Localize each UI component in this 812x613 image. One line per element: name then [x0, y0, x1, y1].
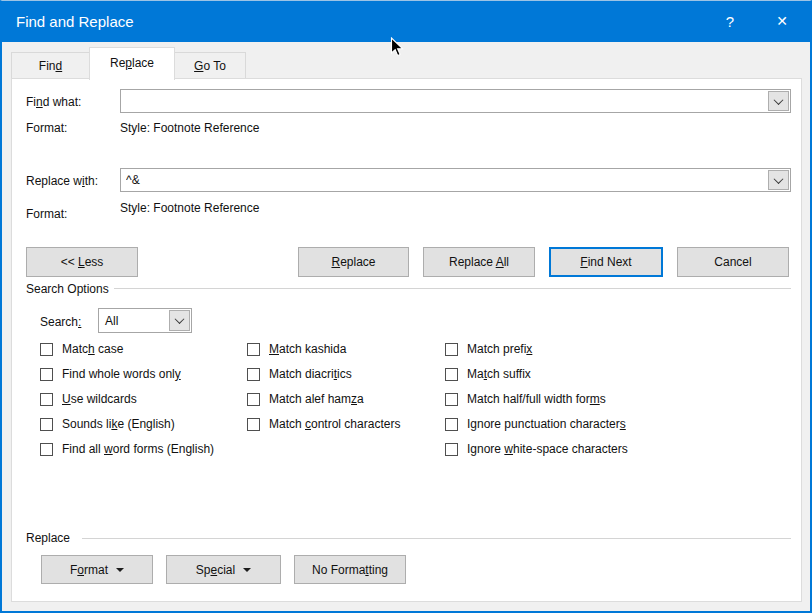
checkbox-match-prefix[interactable]: Match prefix — [445, 342, 532, 357]
find-format-label: Format: — [26, 121, 67, 136]
checkbox-unchecked-icon[interactable] — [40, 343, 53, 356]
mouse-cursor — [390, 37, 404, 58]
checkbox-use-wildcards[interactable]: Use wildcards — [40, 392, 137, 407]
replace-button[interactable]: Replace — [298, 247, 409, 277]
checkbox-unchecked-icon[interactable] — [445, 443, 458, 456]
checkbox-unchecked-icon[interactable] — [445, 343, 458, 356]
replace-group-divider — [82, 538, 791, 539]
search-direction-label: Search: — [40, 315, 81, 330]
search-direction-dropdown-button[interactable] — [169, 310, 190, 331]
search-direction-select[interactable]: All — [98, 308, 192, 333]
checkbox-match-suffix[interactable]: Match suffix — [445, 367, 531, 382]
find-what-dropdown-button[interactable] — [768, 91, 789, 111]
less-button[interactable]: << Less — [26, 247, 138, 277]
checkbox-sounds-like[interactable]: Sounds like (English) — [40, 417, 175, 432]
close-icon: ✕ — [776, 13, 788, 29]
triangle-down-icon — [116, 568, 124, 572]
replace-format-value: Style: Footnote Reference — [120, 201, 259, 216]
titlebar: Find and Replace ? ✕ — [2, 1, 810, 42]
help-button[interactable]: ? — [708, 1, 752, 42]
close-button[interactable]: ✕ — [760, 1, 804, 42]
triangle-down-icon — [243, 568, 251, 572]
replace-all-button[interactable]: Replace All — [423, 247, 535, 277]
replace-with-combobox — [120, 168, 791, 192]
dialog-title: Find and Replace — [16, 1, 134, 42]
find-format-value: Style: Footnote Reference — [120, 121, 259, 136]
checkbox-unchecked-icon[interactable] — [445, 368, 458, 381]
checkbox-unchecked-icon[interactable] — [40, 368, 53, 381]
cancel-button[interactable]: Cancel — [677, 247, 789, 277]
checkbox-find-all-word-forms[interactable]: Find all word forms (English) — [40, 442, 214, 457]
question-mark-icon: ? — [726, 13, 734, 30]
replace-with-label: Replace with: — [26, 174, 98, 189]
find-what-input[interactable] — [121, 90, 790, 112]
search-options-group-label: Search Options — [26, 282, 109, 297]
replace-format-label: Format: — [26, 207, 67, 222]
checkbox-unchecked-icon[interactable] — [40, 443, 53, 456]
checkbox-unchecked-icon[interactable] — [445, 393, 458, 406]
replace-tab-page — [11, 78, 802, 602]
checkbox-match-control-characters[interactable]: Match control characters — [247, 417, 400, 432]
search-direction-value: All — [105, 309, 118, 332]
checkbox-unchecked-icon[interactable] — [40, 418, 53, 431]
tab-find[interactable]: Find — [11, 52, 90, 78]
checkbox-unchecked-icon[interactable] — [445, 418, 458, 431]
replace-with-input[interactable] — [121, 169, 790, 191]
checkbox-find-whole-words-only[interactable]: Find whole words only — [40, 367, 181, 382]
find-and-replace-dialog: Find and Replace ? ✕ Find Replace Go To … — [0, 0, 812, 613]
format-menu-button[interactable]: Format — [41, 555, 153, 584]
replace-with-dropdown-button[interactable] — [768, 170, 789, 190]
checkbox-unchecked-icon[interactable] — [247, 343, 260, 356]
find-what-label: Find what: — [26, 95, 81, 110]
checkbox-unchecked-icon[interactable] — [247, 393, 260, 406]
search-options-divider — [114, 288, 791, 289]
checkbox-ignore-punctuation-characters[interactable]: Ignore punctuation characters — [445, 417, 626, 432]
find-what-combobox — [120, 89, 791, 113]
special-menu-button[interactable]: Special — [166, 555, 281, 584]
tab-replace[interactable]: Replace — [89, 47, 175, 80]
checkbox-unchecked-icon[interactable] — [40, 393, 53, 406]
replace-group-label: Replace — [26, 531, 70, 546]
checkbox-match-diacritics[interactable]: Match diacritics — [247, 367, 352, 382]
chevron-down-icon — [175, 314, 185, 324]
chevron-down-icon — [774, 174, 784, 184]
tab-goto[interactable]: Go To — [174, 52, 246, 78]
chevron-down-icon — [774, 95, 784, 105]
checkbox-ignore-white-space-characters[interactable]: Ignore white-space characters — [445, 442, 628, 457]
checkbox-match-alef-hamza[interactable]: Match alef hamza — [247, 392, 364, 407]
checkbox-match-half-full-width-forms[interactable]: Match half/full width forms — [445, 392, 606, 407]
checkbox-match-case[interactable]: Match case — [40, 342, 123, 357]
no-formatting-button[interactable]: No Formatting — [294, 555, 406, 584]
checkbox-unchecked-icon[interactable] — [247, 368, 260, 381]
checkbox-unchecked-icon[interactable] — [247, 418, 260, 431]
find-next-button[interactable]: Find Next — [549, 247, 663, 277]
checkbox-match-kashida[interactable]: Match kashida — [247, 342, 346, 357]
